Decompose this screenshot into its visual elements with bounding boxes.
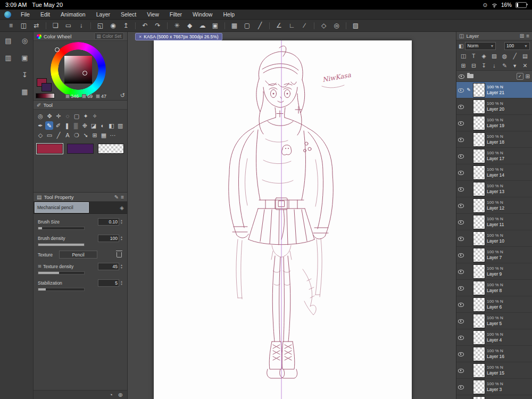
sv-marker[interactable]	[82, 71, 87, 76]
visibility-eye-icon[interactable]	[458, 302, 464, 307]
panel-tool[interactable]: ⊞	[90, 131, 99, 139]
layer-row[interactable]: 100 % NLayer 19	[456, 115, 532, 131]
main-color-swatch[interactable]	[37, 144, 63, 154]
hand-tool[interactable]: ✥	[45, 112, 54, 120]
tab-color-set[interactable]: ▤ Color Set	[94, 32, 124, 40]
layer-row[interactable]: 100 % NLayer 5	[456, 313, 532, 329]
pencil-tool[interactable]: ✎	[45, 121, 54, 130]
clear-icon[interactable]: ✳	[171, 21, 182, 30]
saturation-value-square[interactable]	[64, 56, 92, 84]
eraser-tool[interactable]: ◪	[89, 121, 98, 130]
tab-color-wheel[interactable]: Color Wheel	[44, 34, 71, 39]
layer-thumbnail[interactable]	[473, 363, 485, 378]
download-assets-icon[interactable]: ↧	[20, 69, 30, 80]
quick-search-icon[interactable]: ◎	[20, 35, 30, 46]
layer-thumbnail[interactable]	[473, 132, 485, 147]
snap-ruler-icon[interactable]: ∠	[273, 21, 285, 30]
wand-tool[interactable]: ✦	[81, 112, 90, 120]
layer-thumbnail[interactable]	[473, 231, 485, 246]
setting-value[interactable]: 45	[98, 263, 119, 270]
item-bank-icon[interactable]: ▦	[20, 86, 30, 97]
visibility-eye-icon[interactable]	[458, 351, 464, 357]
grid-tool[interactable]: ▦	[99, 131, 108, 139]
new-layer-icon[interactable]: ⊞	[459, 62, 468, 70]
stepper-icon[interactable]: ▲▼	[120, 236, 123, 240]
snap-off-icon[interactable]: ╱	[254, 21, 265, 30]
camera-icon[interactable]: ◉	[107, 21, 119, 30]
open-file-icon[interactable]: ▭	[63, 21, 74, 30]
layer-thumbnail[interactable]	[473, 281, 485, 295]
layer-thumbnail[interactable]	[473, 182, 485, 196]
menu-item-help[interactable]: Help	[218, 11, 240, 18]
layer-thumbnail[interactable]	[473, 198, 485, 213]
reset-colors-icon[interactable]: ↺	[120, 92, 125, 99]
visibility-eye-icon[interactable]	[458, 335, 464, 340]
material-icon[interactable]: ◇	[318, 21, 329, 30]
menu-item-view[interactable]: View	[142, 11, 164, 18]
layer-thumbnail[interactable]	[473, 297, 485, 312]
layer-row[interactable]: 100 % NLayer 13	[456, 181, 532, 197]
import-image-icon[interactable]: ◱	[95, 21, 106, 30]
setting-slider[interactable]	[38, 271, 85, 275]
menu-item-window[interactable]: Window	[187, 11, 218, 18]
text-layer-icon[interactable]: T	[469, 52, 478, 60]
layer-settings-icon[interactable]: ▾	[511, 62, 519, 70]
visibility-eye-icon[interactable]	[458, 87, 464, 93]
ruler-tool[interactable]: ╱	[54, 131, 63, 139]
visibility-eye-icon[interactable]	[458, 186, 464, 192]
visibility-eye-icon[interactable]	[458, 318, 464, 324]
new-canvas-icon[interactable]: ❏	[50, 21, 61, 30]
crop-icon[interactable]: ▣	[210, 21, 221, 30]
layer-thumbnail[interactable]	[473, 215, 485, 229]
setting-slider[interactable]	[38, 227, 85, 230]
visibility-eye-icon[interactable]	[458, 203, 464, 209]
subtool-selected[interactable]: Mechanical pencil	[35, 202, 89, 213]
canvas[interactable]: NiwKasa	[154, 40, 412, 399]
layer-thumbnail[interactable]	[473, 264, 485, 279]
visibility-eye-icon[interactable]	[458, 170, 464, 176]
gradient-tool[interactable]: ▥	[116, 121, 124, 130]
menu-item-file[interactable]: File	[15, 11, 35, 18]
layer-row[interactable]: 100 % NLayer 9	[456, 263, 532, 280]
layer-thumbnail[interactable]	[473, 330, 485, 345]
visibility-eye-icon[interactable]	[458, 368, 464, 373]
new-folder-icon[interactable]: ⊟	[469, 62, 478, 70]
hue-marker[interactable]	[55, 47, 60, 52]
visibility-eye-icon[interactable]	[458, 153, 464, 159]
layer-thumbnail[interactable]	[473, 380, 485, 394]
grid-icon[interactable]: ▦	[229, 21, 240, 30]
setting-value[interactable]: 5	[98, 279, 119, 287]
eyedropper-tool[interactable]: ✧	[90, 112, 99, 120]
layer-thumbnail[interactable]	[473, 83, 485, 97]
layer-row[interactable]: 100 % NLayer 16	[456, 346, 532, 362]
menu-item-filter[interactable]: Filter	[164, 11, 187, 18]
ruler-layer-icon[interactable]: ╱	[511, 52, 519, 60]
visibility-eye-icon[interactable]	[459, 73, 465, 79]
selection-launcher-icon[interactable]: ▢	[242, 21, 253, 30]
decoration-tool[interactable]: ❉	[81, 121, 89, 130]
expand-setting-icon[interactable]: ⊞	[38, 264, 42, 269]
transparent-color-swatch[interactable]	[98, 144, 124, 154]
layer-row[interactable]: 100 % NLayer 17	[456, 148, 532, 164]
visibility-eye-icon[interactable]	[458, 120, 464, 126]
layer-thumbnail[interactable]	[473, 347, 485, 361]
move-tool[interactable]: ✛	[54, 112, 63, 120]
stepper-icon[interactable]: ▲▼	[120, 264, 123, 269]
merge-down-icon[interactable]: ↓	[490, 62, 498, 70]
layer-opacity-control[interactable]: 100 ▼	[504, 42, 530, 50]
delete-layer-icon[interactable]: ✕	[521, 62, 529, 70]
folder-check-icon[interactable]: ✓	[517, 73, 523, 80]
layer-row[interactable]: 100 % NLayer 3	[456, 379, 532, 395]
texture-select-button[interactable]: Pencil	[59, 251, 97, 259]
export-icon[interactable]: ↥	[120, 21, 131, 30]
stepper-icon[interactable]: ▲▼	[120, 280, 123, 285]
palette-options-icon[interactable]: ▤	[521, 52, 529, 60]
setting-value[interactable]: 0.10	[98, 218, 119, 226]
close-tab-icon[interactable]: ×	[139, 34, 142, 39]
undo-icon[interactable]: ↶	[139, 21, 151, 30]
layer-row[interactable]: 100 % NLayer 18	[456, 131, 532, 148]
clip-studio-logo-icon[interactable]	[4, 11, 11, 18]
setting-slider[interactable]	[38, 243, 85, 246]
transfer-down-icon[interactable]: ↧	[480, 62, 488, 70]
layer-row[interactable]: 100 % NLayer 10	[456, 230, 532, 247]
